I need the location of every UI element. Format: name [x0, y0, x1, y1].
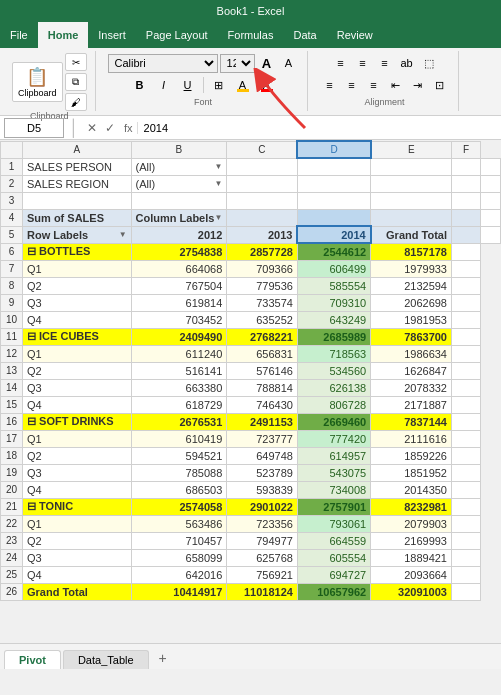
col-header-D[interactable]: D [297, 141, 370, 158]
cell-9-3[interactable]: 709310 [297, 294, 370, 311]
cell-13-0[interactable]: Q2 [23, 362, 132, 379]
cell-5-3[interactable]: 2014 [297, 226, 370, 243]
cell-7-2[interactable]: 709366 [227, 260, 298, 277]
cell-4-4[interactable] [371, 209, 452, 226]
cell-10-1[interactable]: 703452 [131, 311, 227, 328]
align-top-left-button[interactable]: ≡ [331, 53, 351, 73]
copy-button[interactable]: ⧉ [65, 73, 87, 91]
col-header-B[interactable]: B [131, 141, 227, 158]
row-header-12[interactable]: 12 [1, 345, 23, 362]
cell-25-3[interactable]: 694727 [297, 566, 370, 583]
row-header-8[interactable]: 8 [1, 277, 23, 294]
cell-5-5[interactable] [451, 226, 480, 243]
row-header-16[interactable]: 16 [1, 413, 23, 430]
cell-24-4[interactable]: 1889421 [371, 549, 452, 566]
cell-17-1[interactable]: 610419 [131, 430, 227, 447]
cell-9-1[interactable]: 619814 [131, 294, 227, 311]
row-header-6[interactable]: 6 [1, 243, 23, 260]
cell-10-2[interactable]: 635252 [227, 311, 298, 328]
row-header-21[interactable]: 21 [1, 498, 23, 515]
col-header-E[interactable]: E [371, 141, 452, 158]
cell-23-4[interactable]: 2169993 [371, 532, 452, 549]
cell-12-3[interactable]: 718563 [297, 345, 370, 362]
cell-2-4[interactable] [371, 175, 452, 192]
cell-26-0[interactable]: Grand Total [23, 583, 132, 600]
cell-12-2[interactable]: 656831 [227, 345, 298, 362]
cell-21-0[interactable]: ⊟ TONIC [23, 498, 132, 515]
align-top-right-button[interactable]: ≡ [375, 53, 395, 73]
cell-23-3[interactable]: 664559 [297, 532, 370, 549]
cell-24-2[interactable]: 625768 [227, 549, 298, 566]
cell-20-1[interactable]: 686503 [131, 481, 227, 498]
cell-2-5[interactable] [451, 175, 480, 192]
cell-3-3[interactable] [297, 192, 370, 209]
cell-17-4[interactable]: 2111616 [371, 430, 452, 447]
cell-19-0[interactable]: Q3 [23, 464, 132, 481]
align-left-button[interactable]: ≡ [320, 75, 340, 95]
font-color-button[interactable]: A [256, 75, 278, 95]
cell-24-3[interactable]: 605554 [297, 549, 370, 566]
row-header-15[interactable]: 15 [1, 396, 23, 413]
cell-15-2[interactable]: 746430 [227, 396, 298, 413]
cell-5-2[interactable]: 2013 [227, 226, 298, 243]
tab-data[interactable]: Data [283, 22, 326, 48]
font-size-select[interactable]: 12 [220, 54, 255, 73]
cell-4-0[interactable]: Sum of SALES [23, 209, 132, 226]
cell-16-0[interactable]: ⊟ SOFT DRINKS [23, 413, 132, 430]
row-header-3[interactable]: 3 [1, 192, 23, 209]
cell-13-4[interactable]: 1626847 [371, 362, 452, 379]
cell-8-2[interactable]: 779536 [227, 277, 298, 294]
italic-button[interactable]: I [153, 75, 175, 95]
align-top-center-button[interactable]: ≡ [353, 53, 373, 73]
col-header-C[interactable]: C [227, 141, 298, 158]
cell-3-2[interactable] [227, 192, 298, 209]
row-header-5[interactable]: 5 [1, 226, 23, 243]
add-sheet-button[interactable]: + [151, 647, 175, 669]
cell-6-2[interactable]: 2857728 [227, 243, 298, 260]
cell-18-1[interactable]: 594521 [131, 447, 227, 464]
tab-formulas[interactable]: Formulas [218, 22, 284, 48]
cell-16-4[interactable]: 7837144 [371, 413, 452, 430]
cell-1-4[interactable] [371, 158, 452, 175]
align-center-button[interactable]: ≡ [342, 75, 362, 95]
row-header-9[interactable]: 9 [1, 294, 23, 311]
cell-6-4[interactable]: 8157178 [371, 243, 452, 260]
row-header-18[interactable]: 18 [1, 447, 23, 464]
format-painter-button[interactable]: 🖌 [65, 93, 87, 111]
cell-25-4[interactable]: 2093664 [371, 566, 452, 583]
cell-10-3[interactable]: 643249 [297, 311, 370, 328]
name-box[interactable]: D5 [4, 118, 64, 138]
row-header-25[interactable]: 25 [1, 566, 23, 583]
cell-23-1[interactable]: 710457 [131, 532, 227, 549]
cell-2-0[interactable]: SALES REGION [23, 175, 132, 192]
row-header-11[interactable]: 11 [1, 328, 23, 345]
cell-11-1[interactable]: 2409490 [131, 328, 227, 345]
cell-17-2[interactable]: 723777 [227, 430, 298, 447]
sheet-tab-pivot[interactable]: Pivot [4, 650, 61, 669]
cell-14-1[interactable]: 663380 [131, 379, 227, 396]
cell-9-0[interactable]: Q3 [23, 294, 132, 311]
row-header-2[interactable]: 2 [1, 175, 23, 192]
cell-26-2[interactable]: 11018124 [227, 583, 298, 600]
cell-4-3[interactable] [297, 209, 370, 226]
tab-insert[interactable]: Insert [88, 22, 136, 48]
cell-14-4[interactable]: 2078332 [371, 379, 452, 396]
cell-19-4[interactable]: 1851952 [371, 464, 452, 481]
cell-16-3[interactable]: 2669460 [297, 413, 370, 430]
cell-12-4[interactable]: 1986634 [371, 345, 452, 362]
sheet-tab-datatable[interactable]: Data_Table [63, 650, 149, 669]
row-header-19[interactable]: 19 [1, 464, 23, 481]
cell-19-2[interactable]: 523789 [227, 464, 298, 481]
row-header-7[interactable]: 7 [1, 260, 23, 277]
cell-18-4[interactable]: 1859226 [371, 447, 452, 464]
cell-7-1[interactable]: 664068 [131, 260, 227, 277]
cell-20-4[interactable]: 2014350 [371, 481, 452, 498]
cell-26-3[interactable]: 10657962 [297, 583, 370, 600]
row-header-14[interactable]: 14 [1, 379, 23, 396]
confirm-formula-button[interactable]: ✓ [102, 121, 118, 135]
row-header-23[interactable]: 23 [1, 532, 23, 549]
cell-1-2[interactable] [227, 158, 298, 175]
col-header-A[interactable]: A [23, 141, 132, 158]
col-header-F[interactable]: F [451, 141, 480, 158]
align-right-button[interactable]: ≡ [364, 75, 384, 95]
